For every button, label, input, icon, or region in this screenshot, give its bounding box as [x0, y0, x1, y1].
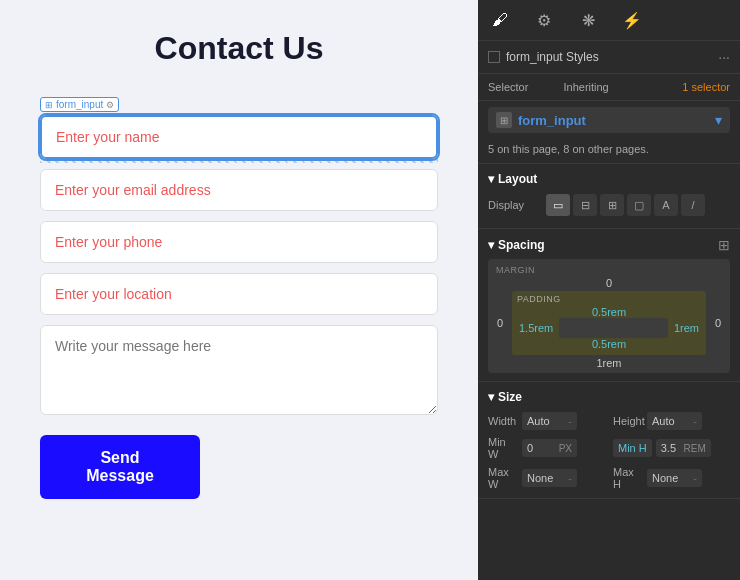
name-input[interactable] — [40, 115, 438, 159]
display-label: Display — [488, 199, 538, 211]
right-panel: 🖌 ⚙ ❋ ⚡ form_input Styles ··· Selector I… — [478, 0, 740, 580]
maxh-row: Max H None - — [613, 466, 730, 490]
selector-name: form_input — [518, 113, 709, 128]
phone-field-wrapper — [40, 221, 438, 263]
minh-unit: REM — [684, 443, 706, 454]
display-block-icon[interactable]: ▭ — [546, 194, 570, 216]
display-other-icon[interactable]: / — [681, 194, 705, 216]
display-flex-icon[interactable]: ⊟ — [573, 194, 597, 216]
size-section: ▾ Size Width Auto - Height Auto - — [478, 382, 740, 499]
layout-section: ▾ Layout Display ▭ ⊟ ⊞ ▢ A / — [478, 164, 740, 229]
message-textarea[interactable] — [40, 325, 438, 415]
margin-bottom[interactable]: 1rem — [492, 357, 726, 369]
settings-icon[interactable]: ⚙ — [530, 6, 558, 34]
selector-type-icon: ⊞ — [496, 112, 512, 128]
minw-row: Min W 0 PX — [488, 436, 605, 460]
height-row: Height Auto - — [613, 412, 730, 430]
padding-left[interactable]: 1.5rem — [515, 320, 557, 336]
chevron-down-icon: ▾ — [488, 172, 494, 186]
padding-middle: 1.5rem 1rem — [515, 318, 703, 338]
more-options[interactable]: ··· — [718, 49, 730, 65]
styles-title: form_input Styles — [506, 50, 712, 64]
spacing-section-header: ▾ Spacing ⊞ — [488, 237, 730, 253]
styles-checkbox[interactable] — [488, 51, 500, 63]
layout-section-header[interactable]: ▾ Layout — [488, 172, 730, 186]
contact-form: ⊞ form_input ⚙ Send Message — [40, 95, 438, 499]
width-label: Width — [488, 415, 518, 427]
margin-top[interactable]: 0 — [492, 277, 726, 289]
spacing-section: ▾ Spacing ⊞ MARGIN 0 0 PADDING 0.5rem 1.… — [478, 229, 740, 382]
styles-header: form_input Styles ··· — [478, 41, 740, 74]
spacing-expand-icon[interactable]: ⊞ — [718, 237, 730, 253]
maxh-input[interactable]: None - — [647, 469, 702, 487]
layout-title: ▾ Layout — [488, 172, 537, 186]
minw-label: Min W — [488, 436, 518, 460]
spacing-box: MARGIN 0 0 PADDING 0.5rem 1.5rem 1rem 0.… — [488, 259, 730, 373]
chevron-down-icon: ▾ — [488, 390, 494, 404]
brush-icon[interactable]: 🖌 — [486, 6, 514, 34]
selector-row: Selector Inheriting 1 selector — [478, 74, 740, 101]
maxw-label: Max W — [488, 466, 518, 490]
minh-label: Min H — [613, 439, 652, 457]
width-input[interactable]: Auto - — [522, 412, 577, 430]
layers-icon[interactable]: ❋ — [574, 6, 602, 34]
selector-label: Selector — [488, 81, 528, 93]
location-field-wrapper — [40, 273, 438, 315]
location-input[interactable] — [40, 273, 438, 315]
maxw-row: Max W None - — [488, 466, 605, 490]
height-label: Height — [613, 415, 643, 427]
lightning-icon[interactable]: ⚡ — [618, 6, 646, 34]
padding-top[interactable]: 0.5rem — [515, 306, 703, 318]
display-inline-icon[interactable]: ▢ — [627, 194, 651, 216]
margin-left[interactable]: 0 — [492, 317, 508, 329]
margin-right[interactable]: 0 — [710, 317, 726, 329]
field-badge: ⊞ form_input ⚙ — [40, 97, 119, 112]
name-field-wrapper: ⊞ form_input ⚙ — [40, 115, 438, 159]
chevron-down-icon: ▾ — [488, 238, 494, 252]
size-grid: Width Auto - Height Auto - Min W 0 PX — [488, 412, 730, 490]
padding-right[interactable]: 1rem — [670, 320, 703, 336]
display-grid-icon[interactable]: ⊞ — [600, 194, 624, 216]
gear-icon: ⚙ — [106, 100, 114, 110]
padding-label: PADDING — [517, 294, 561, 304]
left-panel: Contact Us ⊞ form_input ⚙ — [0, 0, 478, 580]
minw-unit: PX — [559, 443, 572, 454]
size-title: ▾ Size — [488, 390, 522, 404]
inheriting-link[interactable]: 1 selector — [682, 81, 730, 93]
display-options: ▭ ⊟ ⊞ ▢ A / — [546, 194, 705, 216]
chevron-down-icon: ▾ — [715, 112, 722, 128]
email-input[interactable] — [40, 169, 438, 211]
minw-input[interactable]: 0 PX — [522, 439, 577, 457]
page-title: Contact Us — [40, 30, 438, 67]
inheriting-text: Inheriting — [563, 81, 608, 93]
selector-dropdown[interactable]: ⊞ form_input ▾ — [488, 107, 730, 133]
maxw-input[interactable]: None - — [522, 469, 577, 487]
maxh-label: Max H — [613, 466, 643, 490]
send-button[interactable]: Send Message — [40, 435, 200, 499]
display-text-icon[interactable]: A — [654, 194, 678, 216]
message-field-wrapper — [40, 325, 438, 419]
content-area — [559, 318, 668, 338]
selection-highlight — [40, 159, 438, 163]
spacing-title: ▾ Spacing — [488, 238, 545, 252]
margin-label: MARGIN — [496, 265, 535, 275]
email-field-wrapper — [40, 169, 438, 211]
page-info: 5 on this page, 8 on other pages. — [478, 139, 740, 164]
minh-row: Min H 3.5 REM — [613, 436, 730, 460]
height-input[interactable]: Auto - — [647, 412, 702, 430]
padding-box: PADDING 0.5rem 1.5rem 1rem 0.5rem — [512, 291, 706, 355]
display-row: Display ▭ ⊟ ⊞ ▢ A / — [488, 194, 730, 216]
width-row: Width Auto - — [488, 412, 605, 430]
phone-input[interactable] — [40, 221, 438, 263]
size-section-header[interactable]: ▾ Size — [488, 390, 730, 404]
toolbar: 🖌 ⚙ ❋ ⚡ — [478, 0, 740, 41]
margin-box: MARGIN 0 0 PADDING 0.5rem 1.5rem 1rem 0.… — [488, 259, 730, 373]
minh-input[interactable]: 3.5 REM — [656, 439, 711, 457]
padding-bottom[interactable]: 0.5rem — [515, 338, 703, 352]
margin-middle: 0 PADDING 0.5rem 1.5rem 1rem 0.5rem 0 — [492, 291, 726, 355]
